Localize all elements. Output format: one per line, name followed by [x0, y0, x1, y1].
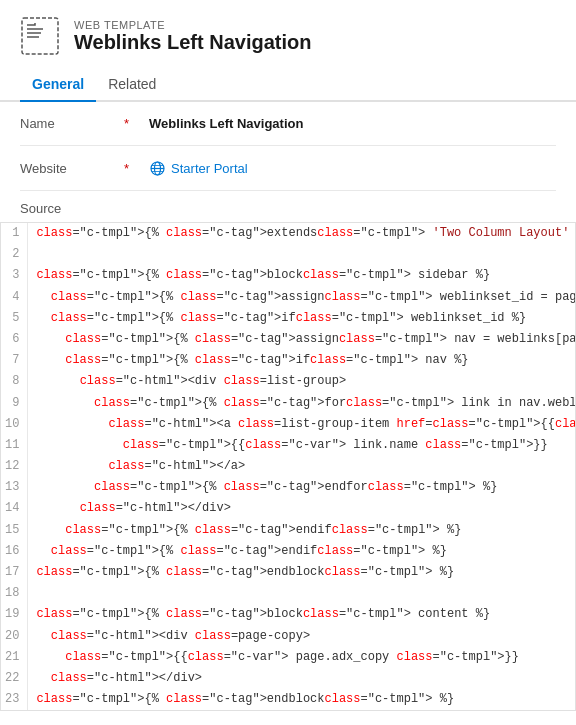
website-label: Website [20, 161, 120, 176]
line-number: 15 [1, 520, 28, 541]
code-line: 5 class="c-tmpl">{% class="c-tag">ifclas… [1, 308, 576, 329]
name-row: Name * Weblinks Left Navigation [20, 102, 556, 146]
line-content: class="c-tmpl">{% class="c-tag">forclass… [28, 393, 576, 414]
line-content: class="c-tmpl">{% class="c-tag">blockcla… [28, 604, 576, 625]
line-content: class="c-tmpl">{% class="c-tag">assigncl… [28, 329, 576, 350]
code-line: 22 class="c-html"></div> [1, 668, 576, 689]
code-line: 7 class="c-tmpl">{% class="c-tag">ifclas… [1, 350, 576, 371]
line-number: 9 [1, 393, 28, 414]
globe-icon [149, 160, 165, 176]
line-number: 12 [1, 456, 28, 477]
line-number: 2 [1, 244, 28, 265]
code-line: 20 class="c-html"><div class=page-copy> [1, 626, 576, 647]
line-number: 5 [1, 308, 28, 329]
line-number: 8 [1, 371, 28, 392]
line-content: class="c-tmpl">{{class="c-var"> link.nam… [28, 435, 576, 456]
website-row: Website * Starter Portal [20, 146, 556, 191]
website-value: Starter Portal [171, 161, 248, 176]
line-number: 10 [1, 414, 28, 435]
line-number: 17 [1, 562, 28, 583]
line-content: class="c-html"><a class=list-group-item … [28, 414, 576, 435]
code-line: 14 class="c-html"></div> [1, 498, 576, 519]
website-value-link[interactable]: Starter Portal [129, 160, 556, 176]
code-line: 21 class="c-tmpl">{{class="c-var"> page.… [1, 647, 576, 668]
line-number: 11 [1, 435, 28, 456]
line-number: 3 [1, 265, 28, 286]
line-content: class="c-html"><div class=page-copy> [28, 626, 576, 647]
line-content [28, 244, 576, 265]
line-number: 21 [1, 647, 28, 668]
line-number: 14 [1, 498, 28, 519]
code-editor[interactable]: 1class="c-tmpl">{% class="c-tag">extends… [0, 222, 576, 711]
line-content: class="c-tmpl">{% class="c-tag">ifclass=… [28, 350, 576, 371]
code-line: 2 [1, 244, 576, 265]
code-line: 4 class="c-tmpl">{% class="c-tag">assign… [1, 287, 576, 308]
line-content: class="c-tmpl">{% class="c-tag">endblock… [28, 689, 576, 710]
tab-bar: General Related [0, 68, 576, 102]
line-content [28, 583, 576, 604]
code-line: 19class="c-tmpl">{% class="c-tag">blockc… [1, 604, 576, 625]
code-line: 13 class="c-tmpl">{% class="c-tag">endfo… [1, 477, 576, 498]
header-text: WEB TEMPLATE Weblinks Left Navigation [74, 19, 311, 54]
code-line: 18 [1, 583, 576, 604]
tab-general[interactable]: General [20, 68, 96, 102]
code-line: 11 class="c-tmpl">{{class="c-var"> link.… [1, 435, 576, 456]
page-title: Weblinks Left Navigation [74, 31, 311, 54]
line-number: 22 [1, 668, 28, 689]
header-subtitle: WEB TEMPLATE [74, 19, 311, 31]
line-number: 20 [1, 626, 28, 647]
code-line: 23class="c-tmpl">{% class="c-tag">endblo… [1, 689, 576, 710]
code-line: 8 class="c-html"><div class=list-group> [1, 371, 576, 392]
line-content: class="c-tmpl">{% class="c-tag">endifcla… [28, 520, 576, 541]
line-content: class="c-tmpl">{% class="c-tag">blockcla… [28, 265, 576, 286]
name-value: Weblinks Left Navigation [129, 116, 556, 131]
tab-related[interactable]: Related [96, 68, 168, 102]
line-content: class="c-html"><div class=list-group> [28, 371, 576, 392]
svg-rect-0 [22, 18, 58, 54]
line-number: 13 [1, 477, 28, 498]
line-number: 18 [1, 583, 28, 604]
source-label: Source [0, 191, 576, 222]
code-line: 1class="c-tmpl">{% class="c-tag">extends… [1, 223, 576, 244]
code-line: 6 class="c-tmpl">{% class="c-tag">assign… [1, 329, 576, 350]
code-line: 3class="c-tmpl">{% class="c-tag">blockcl… [1, 265, 576, 286]
code-line: 16 class="c-tmpl">{% class="c-tag">endif… [1, 541, 576, 562]
line-number: 6 [1, 329, 28, 350]
line-content: class="c-tmpl">{% class="c-tag">endblock… [28, 562, 576, 583]
code-line: 12 class="c-html"></a> [1, 456, 576, 477]
page-header: WEB TEMPLATE Weblinks Left Navigation [0, 0, 576, 68]
line-number: 23 [1, 689, 28, 710]
line-content: class="c-tmpl">{% class="c-tag">ifclass=… [28, 308, 576, 329]
line-number: 7 [1, 350, 28, 371]
line-content: class="c-tmpl">{% class="c-tag">endifcla… [28, 541, 576, 562]
line-number: 4 [1, 287, 28, 308]
line-number: 19 [1, 604, 28, 625]
line-content: class="c-tmpl">{{class="c-var"> page.adx… [28, 647, 576, 668]
code-table: 1class="c-tmpl">{% class="c-tag">extends… [1, 223, 576, 710]
form-section: Name * Weblinks Left Navigation Website … [0, 102, 576, 191]
line-content: class="c-html"></div> [28, 668, 576, 689]
line-number: 16 [1, 541, 28, 562]
code-line: 15 class="c-tmpl">{% class="c-tag">endif… [1, 520, 576, 541]
code-line: 17class="c-tmpl">{% class="c-tag">endblo… [1, 562, 576, 583]
code-line: 9 class="c-tmpl">{% class="c-tag">forcla… [1, 393, 576, 414]
line-content: class="c-tmpl">{% class="c-tag">extendsc… [28, 223, 576, 244]
line-content: class="c-tmpl">{% class="c-tag">endforcl… [28, 477, 576, 498]
line-number: 1 [1, 223, 28, 244]
line-content: class="c-tmpl">{% class="c-tag">assigncl… [28, 287, 576, 308]
line-content: class="c-html"></a> [28, 456, 576, 477]
web-template-icon [20, 16, 60, 56]
code-line: 10 class="c-html"><a class=list-group-it… [1, 414, 576, 435]
line-content: class="c-html"></div> [28, 498, 576, 519]
name-label: Name [20, 116, 120, 131]
